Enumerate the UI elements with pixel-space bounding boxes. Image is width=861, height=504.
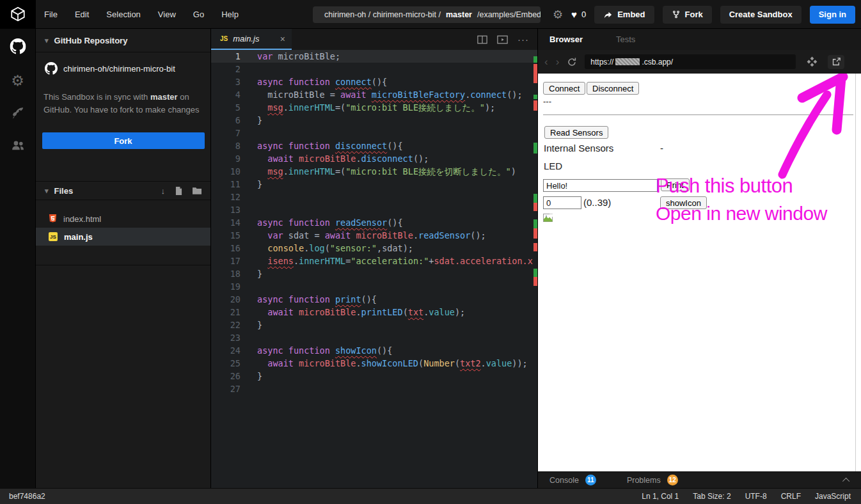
repo-name: chirimen-oh/chirimen-micro-bit [63, 64, 175, 74]
code-line[interactable]: 20async function print(){ [211, 293, 537, 306]
menu-item-edit[interactable]: Edit [75, 10, 89, 19]
code-line[interactable]: 12 [211, 191, 537, 203]
line-content [241, 382, 257, 395]
code-line[interactable]: 6} [211, 114, 537, 127]
code-line[interactable]: 25 await microBitBle.showIconLED(Number(… [211, 357, 537, 370]
repo-link[interactable]: chirimen-oh/chirimen-micro-bit [36, 52, 210, 75]
forward-icon[interactable]: › [556, 56, 560, 67]
fork-button[interactable]: Fork [42, 132, 205, 149]
tab-browser[interactable]: Browser [549, 35, 583, 44]
code-line[interactable]: 9 await microBitBle.disconnect(); [211, 152, 537, 165]
line-number: 5 [211, 101, 241, 114]
sign-in-button[interactable]: Sign in [810, 6, 855, 24]
code-line[interactable]: 27 [211, 382, 537, 395]
code-area[interactable]: 1var microBitBle;23async function connec… [211, 50, 537, 488]
url-input[interactable]: https:// .csb.app/ [585, 54, 796, 69]
embed-button[interactable]: Embed [594, 6, 654, 24]
code-line[interactable]: 10 msg.innerHTML=("micro:bit BLE接続を切断しまし… [211, 165, 537, 178]
code-line[interactable]: 26} [211, 370, 537, 382]
tab-tests[interactable]: Tests [616, 35, 635, 44]
code-line[interactable]: 16 console.log("sensor:",sdat); [211, 242, 537, 255]
code-line[interactable]: 8async function disconnect(){ [211, 139, 537, 152]
code-line[interactable]: 17 isens.innerHTML="acceleration:"+sdat.… [211, 255, 537, 267]
status-item[interactable]: Tab Size: 2 [693, 492, 731, 501]
line-number: 14 [211, 216, 241, 229]
code-line[interactable]: 14async function readSensor(){ [211, 216, 537, 229]
line-content: await microBitBle.showIconLED(Number(txt… [241, 357, 528, 370]
fork-button-top[interactable]: Fork [663, 6, 712, 24]
open-preview-icon[interactable] [497, 35, 508, 44]
status-item[interactable]: Ln 1, Col 1 [642, 492, 679, 501]
led-label: LED [544, 161, 562, 171]
download-icon[interactable]: ↓ [161, 186, 166, 196]
open-in-new-window-button[interactable] [828, 55, 844, 69]
js-file-icon: JS [49, 232, 58, 241]
code-line[interactable]: 15 var sdat = await microBitBle.readSens… [211, 229, 537, 242]
file-item-index-html[interactable]: index.html [36, 210, 210, 228]
disconnect-button[interactable]: Disconnect [587, 82, 639, 95]
files-section-header[interactable]: ▾ Files ↓ [36, 181, 210, 200]
status-item[interactable]: CRLF [781, 492, 801, 501]
code-line[interactable]: 24async function showIcon(){ [211, 344, 537, 357]
new-folder-icon[interactable] [193, 187, 201, 194]
code-line[interactable]: 22} [211, 319, 537, 331]
read-sensors-button[interactable]: Read Sensors [544, 126, 608, 139]
icon-number-input[interactable] [543, 196, 581, 209]
code-line[interactable]: 11} [211, 178, 537, 191]
file-item-main-js[interactable]: JSmain.js [36, 228, 210, 246]
more-actions-icon[interactable]: ··· [517, 34, 529, 45]
console-tab[interactable]: Console [549, 476, 579, 485]
code-line[interactable]: 21 await microBitBle.printLED(txt.value)… [211, 306, 537, 319]
menu-item-selection[interactable]: Selection [106, 10, 140, 19]
rail-live-users-icon[interactable] [10, 138, 26, 153]
status-items: Ln 1, Col 1Tab Size: 2UTF-8CRLFJavaScrip… [642, 492, 861, 501]
code-line[interactable]: 7 [211, 127, 537, 139]
github-repository-section-header[interactable]: ▾ GitHub Repository [36, 29, 210, 52]
line-number: 12 [211, 191, 241, 203]
annotation-text-line1: Push this button [656, 175, 793, 198]
expand-console-chevron-icon[interactable] [842, 477, 849, 484]
rail-github-icon[interactable] [10, 38, 26, 54]
code-line[interactable]: 18} [211, 267, 537, 280]
responsive-mode-button[interactable] [803, 55, 820, 69]
ruler-change-mark [533, 269, 537, 277]
back-icon[interactable]: ‹ [544, 56, 548, 67]
menu-item-view[interactable]: View [158, 10, 176, 19]
status-item[interactable]: UTF-8 [745, 492, 767, 501]
code-line[interactable]: 23 [211, 331, 537, 344]
status-item[interactable]: JavaScript [815, 492, 851, 501]
rail-deploy-rocket-icon[interactable] [10, 106, 25, 120]
new-file-icon[interactable] [175, 187, 182, 195]
tab-main-js[interactable]: JS main.js × [211, 29, 292, 50]
rail-settings-gear-icon[interactable]: ⚙ [11, 72, 24, 90]
broken-image-icon [543, 213, 553, 223]
github-icon [45, 62, 58, 75]
close-tab-icon[interactable]: × [280, 34, 285, 44]
code-line[interactable]: 3async function connect(){ [211, 75, 537, 88]
problems-tab[interactable]: Problems [627, 476, 661, 485]
line-number: 4 [211, 88, 241, 101]
split-view-icon[interactable] [477, 35, 487, 44]
likes[interactable]: ♥ 0 [571, 9, 586, 20]
menu-item-help[interactable]: Help [221, 10, 239, 19]
code-line[interactable]: 4 microBitBle = await microBitBleFactory… [211, 88, 537, 101]
code-line[interactable]: 5 msg.innerHTML=("micro:bit BLE接続しました。")… [211, 101, 537, 114]
code-line[interactable]: 2 [211, 63, 537, 75]
code-line[interactable]: 19 [211, 280, 537, 293]
ruler-change-mark [533, 194, 537, 203]
internal-sensors-value: - [660, 143, 663, 154]
menu-item-file[interactable]: File [44, 10, 58, 19]
line-number: 9 [211, 152, 241, 165]
refresh-icon[interactable] [567, 57, 577, 67]
create-sandbox-button[interactable]: Create Sandbox [720, 6, 802, 24]
print-text-input[interactable] [543, 179, 658, 192]
divider [543, 114, 853, 115]
code-line[interactable]: 13 [211, 203, 537, 216]
codesandbox-logo[interactable] [0, 0, 36, 29]
menu-item-go[interactable]: Go [193, 10, 204, 19]
settings-gear-icon[interactable]: ⚙ [553, 9, 563, 20]
code-line[interactable]: 1var microBitBle; [211, 50, 537, 63]
connect-button[interactable]: Connect [543, 82, 585, 95]
line-content [241, 280, 257, 293]
repo-breadcrumb[interactable]: chirimen-oh / chirimen-micro-bit / maste… [313, 6, 541, 23]
